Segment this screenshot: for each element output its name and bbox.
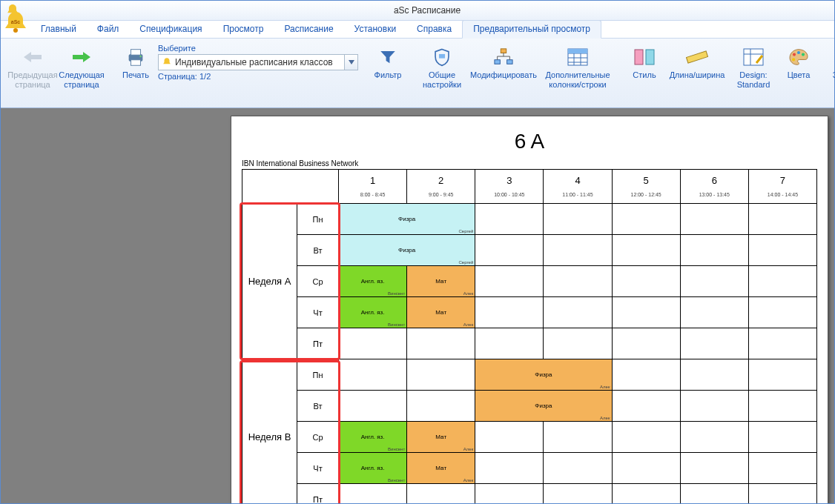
style-button[interactable]: Стиль [624, 42, 665, 80]
filter-button[interactable]: Фильтр [367, 42, 409, 80]
svg-rect-4 [131, 50, 140, 56]
prev-page-button[interactable]: Предыдущая страница [8, 42, 57, 89]
global-settings-button[interactable]: Общие настройки [417, 42, 466, 89]
funnel-icon [376, 45, 400, 69]
svg-point-6 [139, 56, 141, 57]
style-icon [633, 45, 656, 69]
page-title: 6 A [242, 130, 817, 153]
report-combo[interactable]: Индивидуальные расписания классов [158, 54, 358, 70]
arrow-left-icon [21, 45, 44, 69]
svg-rect-10 [507, 60, 512, 64]
tab-file[interactable]: Файл [87, 21, 130, 38]
window-title: aSc Расписание [24, 5, 830, 16]
ribbon-tabs: aSc Главный Файл Спецификация Просмотр Р… [1, 21, 834, 39]
svg-rect-15 [686, 51, 707, 63]
extra-cols-button[interactable]: Дополнительные колонки/строки [541, 42, 615, 89]
tab-preview[interactable]: Предварительный просмотр [462, 20, 601, 39]
chevron-down-icon [349, 60, 354, 64]
svg-point-19 [802, 53, 805, 56]
print-button[interactable]: Печать [115, 42, 156, 80]
svg-rect-14 [646, 50, 654, 64]
shield-icon [430, 45, 454, 69]
preview-canvas[interactable]: 6 A IBN International Business Network 1… [1, 108, 834, 503]
page-preview: 6 A IBN International Business Network 1… [231, 116, 828, 503]
svg-rect-8 [501, 49, 506, 53]
dimensions-button[interactable]: Длина/ширина [665, 42, 729, 80]
svg-rect-13 [635, 50, 643, 64]
week-a-label: Неделя A [242, 204, 297, 359]
svg-rect-7 [439, 54, 445, 59]
design-button[interactable]: Design: Standard [729, 42, 778, 89]
palette-icon [787, 45, 811, 69]
tab-settings[interactable]: Установки [344, 21, 406, 38]
svg-rect-5 [131, 60, 140, 66]
ribbon: Предыдущая страница Следующая страница П… [1, 39, 834, 108]
tab-help[interactable]: Справка [406, 21, 462, 38]
svg-point-1 [13, 28, 18, 33]
svg-text:aSc: aSc [11, 19, 21, 24]
svg-point-20 [792, 58, 795, 61]
table-icon [566, 45, 590, 69]
app-menu-icon[interactable]: aSc [4, 10, 27, 34]
colors-button[interactable]: Цвета [778, 42, 819, 80]
svg-rect-12 [568, 49, 587, 53]
title-bar: aSc Расписание [1, 1, 834, 21]
arrow-right-icon [70, 45, 93, 69]
tab-spec[interactable]: Спецификация [129, 21, 212, 38]
svg-point-17 [793, 53, 796, 56]
timetable-grid: 18:00 - 8:45 29:00 - 9:45 310:00 - 10:45… [242, 169, 817, 503]
page-indicator: Страница: 1/2 [158, 72, 358, 81]
combo-dropdown-button[interactable] [345, 54, 358, 70]
bell-small-icon [162, 57, 172, 67]
org-name: IBN International Business Network [242, 159, 817, 168]
choose-label: Выберите [158, 44, 358, 53]
tab-view[interactable]: Просмотр [213, 21, 274, 38]
design-icon [742, 45, 765, 69]
week-b-label: Неделя B [242, 359, 297, 504]
ruler-icon [685, 45, 709, 69]
hierarchy-icon [492, 45, 515, 69]
next-page-button[interactable]: Следующая страница [57, 42, 106, 89]
close-preview-button[interactable]: Закрыть предв. просмотр [828, 42, 835, 89]
modify-button[interactable]: Модифицировать [466, 42, 541, 80]
tab-schedule[interactable]: Расписание [274, 21, 343, 38]
svg-rect-9 [495, 60, 500, 64]
svg-point-18 [797, 51, 800, 54]
tab-main[interactable]: Главный [30, 21, 87, 38]
printer-icon [124, 45, 148, 69]
combo-value: Индивидуальные расписания классов [175, 57, 333, 67]
